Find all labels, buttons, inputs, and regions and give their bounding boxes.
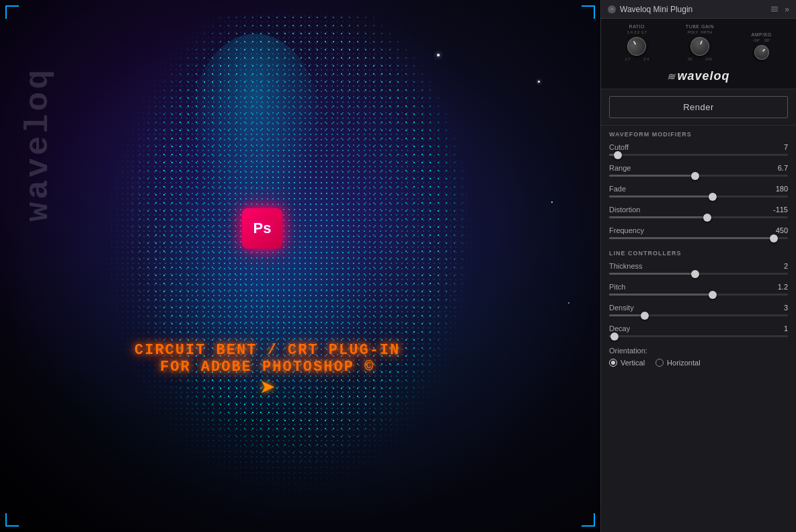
tube-gain-knob-group: TUBE GAIN POLY FIFTH 56240	[686, 24, 714, 61]
hero-arrow: ➤	[134, 375, 400, 398]
ampeg-knob-group: AMP/EG -19° 33°	[751, 32, 772, 61]
range-label: Range	[609, 164, 631, 172]
density-fill	[609, 314, 645, 316]
radio-horizontal[interactable]: Horizontal	[655, 359, 701, 367]
distortion-label: Distortion	[609, 206, 640, 214]
thickness-thumb[interactable]	[691, 270, 699, 278]
hero-text: CIRCUIT BENT / CRT PLUG-IN FOR ADOBE PHO…	[134, 342, 400, 398]
fade-label: Fade	[609, 185, 626, 193]
ampeg-label: AMP/EG	[752, 32, 772, 37]
frequency-thumb[interactable]	[770, 234, 778, 242]
radio-horizontal-circle[interactable]	[655, 359, 664, 367]
fade-slider-row: Fade 180	[601, 182, 796, 203]
brand-vertical-text: waveloq	[20, 67, 56, 222]
distortion-slider-row: Distortion -115	[601, 203, 796, 224]
radio-group: Vertical Horizontal	[609, 359, 788, 367]
panel-collapse-button[interactable]: »	[785, 5, 789, 14]
plugin-header: RATIO 1:4 2:2 1:7 1:72:4 TUBE GAIN POLY …	[601, 19, 796, 89]
cutoff-value: 7	[768, 143, 788, 151]
panel-close-button[interactable]: ×	[608, 5, 616, 13]
range-value: 6.7	[768, 164, 788, 172]
line-section-header: LINE CONTROLLERS	[601, 245, 796, 259]
cutoff-label: Cutoff	[609, 143, 629, 151]
fade-slider[interactable]	[609, 195, 788, 197]
frequency-fill	[609, 237, 774, 239]
range-fill	[609, 175, 695, 177]
density-value: 3	[768, 304, 788, 312]
frequency-value: 450	[768, 226, 788, 234]
range-slider[interactable]	[609, 175, 788, 177]
corner-tl	[5, 5, 19, 19]
robot-figure	[87, 13, 491, 524]
density-slider[interactable]	[609, 314, 788, 316]
cutoff-thumb[interactable]	[614, 151, 622, 159]
radio-vertical[interactable]: Vertical	[609, 359, 645, 367]
density-slider-row: Density 3	[601, 301, 796, 322]
pitch-thumb[interactable]	[709, 291, 717, 299]
render-button[interactable]: Render	[609, 96, 788, 118]
fade-thumb[interactable]	[709, 193, 717, 201]
waveloq-logo: ≋waveloq	[606, 65, 791, 86]
radio-horizontal-label: Horizontal	[667, 359, 701, 367]
distortion-fill	[609, 216, 707, 218]
orientation-row: Orientation: Vertical Horizontal	[601, 343, 796, 373]
fade-value: 180	[768, 185, 788, 193]
hero-line1: CIRCUIT BENT / CRT PLUG-IN	[134, 342, 400, 359]
panel-menu-button[interactable]	[770, 5, 779, 14]
corner-br	[582, 513, 595, 527]
ratio-label: RATIO	[629, 24, 645, 29]
pitch-value: 1.2	[768, 283, 788, 291]
plugin-panel: × Waveloq Mini Plugin » RATIO 1:4 2:2 1:…	[600, 0, 796, 532]
panel-title: Waveloq Mini Plugin	[620, 5, 692, 14]
distortion-value: -115	[768, 206, 788, 214]
ampeg-knob[interactable]	[751, 42, 772, 62]
decay-slider-row: Decay 1	[601, 322, 796, 343]
decay-slider[interactable]	[609, 335, 788, 337]
render-section: Render	[601, 89, 796, 126]
decay-thumb[interactable]	[610, 332, 619, 341]
pitch-fill	[609, 294, 713, 296]
frequency-slider[interactable]	[609, 237, 788, 239]
background-canvas: Ps CIRCUIT BENT / CRT PLUG-IN FOR ADOBE …	[0, 0, 600, 532]
radio-vertical-label: Vertical	[621, 359, 645, 367]
panel-titlebar: × Waveloq Mini Plugin »	[601, 0, 796, 19]
range-thumb[interactable]	[691, 172, 699, 180]
corner-tr	[582, 5, 595, 19]
knobs-row: RATIO 1:4 2:2 1:7 1:72:4 TUBE GAIN POLY …	[606, 24, 791, 61]
density-label: Density	[609, 304, 634, 312]
frequency-label: Frequency	[609, 226, 644, 234]
distortion-thumb[interactable]	[703, 214, 711, 222]
thickness-slider[interactable]	[609, 273, 788, 275]
cutoff-slider-row: Cutoff 7	[601, 140, 796, 161]
fade-fill	[609, 195, 713, 197]
thickness-label: Thickness	[609, 262, 643, 270]
hero-line2: FOR ADOBE PHOTOSHOP ©	[134, 359, 400, 375]
frequency-slider-row: Frequency 450	[601, 224, 796, 245]
density-thumb[interactable]	[641, 312, 649, 320]
tube-gain-knob[interactable]	[688, 34, 712, 58]
cutoff-slider[interactable]	[609, 154, 788, 156]
decay-label: Decay	[609, 324, 630, 332]
ratio-knob[interactable]	[624, 34, 649, 59]
decay-value: 1	[768, 324, 788, 332]
ratio-knob-group: RATIO 1:4 2:2 1:7 1:72:4	[625, 24, 649, 61]
radio-vertical-circle[interactable]	[609, 359, 617, 367]
corner-bl	[5, 513, 19, 527]
waveform-section-header: WAVEFORM MODIFIERS	[601, 126, 796, 140]
thickness-fill	[609, 273, 695, 275]
tube-gain-label: TUBE GAIN	[686, 24, 714, 29]
orientation-label: Orientation:	[609, 347, 788, 355]
pitch-label: Pitch	[609, 283, 625, 291]
pitch-slider-row: Pitch 1.2	[601, 280, 796, 301]
distortion-slider[interactable]	[609, 216, 788, 218]
thickness-value: 2	[768, 262, 788, 270]
range-slider-row: Range 6.7	[601, 161, 796, 182]
pitch-slider[interactable]	[609, 294, 788, 296]
ps-logo: Ps	[242, 208, 282, 249]
thickness-slider-row: Thickness 2	[601, 259, 796, 280]
